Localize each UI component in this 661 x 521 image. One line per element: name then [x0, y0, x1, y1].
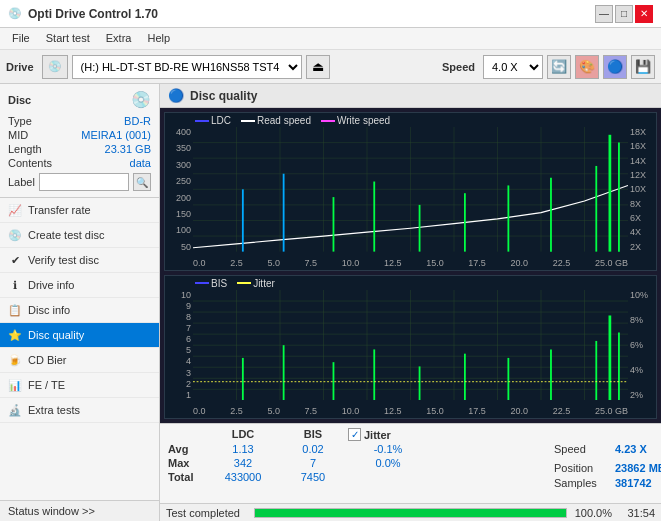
- content-header-title: Disc quality: [190, 89, 257, 103]
- max-bis: 7: [278, 457, 348, 469]
- content-area: 🔵 Disc quality LDC Read speed: [160, 84, 661, 521]
- sidebar-item-drive-info[interactable]: ℹ Drive info: [0, 273, 159, 298]
- top-chart-legend: LDC Read speed Write speed: [195, 115, 390, 126]
- label-search-btn[interactable]: 🔍: [133, 173, 151, 191]
- legend-write-speed: Write speed: [321, 115, 390, 126]
- length-label: Length: [8, 143, 42, 155]
- top-chart: LDC Read speed Write speed 400 350: [164, 112, 657, 271]
- sidebar-label-disc-quality: Disc quality: [28, 329, 84, 341]
- legend-bis: BIS: [195, 278, 227, 289]
- top-chart-svg: [193, 127, 628, 252]
- mid-label: MID: [8, 129, 28, 141]
- save-btn[interactable]: 💾: [631, 55, 655, 79]
- write-speed-dot: [321, 120, 335, 122]
- legend-jitter: Jitter: [237, 278, 275, 289]
- menu-help[interactable]: Help: [139, 30, 178, 47]
- disc-mid-row: MID MEIRA1 (001): [8, 129, 151, 141]
- jitter-chart-label: Jitter: [253, 278, 275, 289]
- stats-right: Speed 4.23 X 4.0 X Position 23862 MB Sam…: [546, 424, 661, 503]
- create-test-disc-icon: 💿: [8, 228, 22, 242]
- samples-label: Samples: [554, 477, 609, 489]
- sidebar-item-cd-bier[interactable]: 🍺 CD Bier: [0, 348, 159, 373]
- menubar: File Start test Extra Help: [0, 28, 661, 50]
- drive-info-icon: ℹ: [8, 278, 22, 292]
- charts-area: LDC Read speed Write speed 400 350: [160, 108, 661, 423]
- eject-button[interactable]: ⏏: [306, 55, 330, 79]
- bottom-chart-svg: [193, 290, 628, 400]
- write-speed-label: Write speed: [337, 115, 390, 126]
- total-ldc: 433000: [208, 471, 278, 483]
- sidebar-item-disc-quality[interactable]: ⭐ Disc quality: [0, 323, 159, 348]
- read-speed-dot: [241, 120, 255, 122]
- color-btn1[interactable]: 🎨: [575, 55, 599, 79]
- disc-info-icon: 📋: [8, 303, 22, 317]
- sidebar-item-fe-te[interactable]: 📊 FE / TE: [0, 373, 159, 398]
- jitter-header: Jitter: [364, 429, 391, 441]
- menu-start-test[interactable]: Start test: [38, 30, 98, 47]
- status-text: Test completed: [166, 507, 246, 519]
- position-value: 23862 MB: [615, 462, 661, 474]
- avg-ldc: 1.13: [208, 443, 278, 455]
- position-row: Position 23862 MB: [554, 462, 661, 474]
- disc-quality-header-icon: 🔵: [168, 88, 184, 103]
- ldc-label: LDC: [211, 115, 231, 126]
- bottom-chart-legend: BIS Jitter: [195, 278, 275, 289]
- speed-label: Speed: [442, 61, 475, 73]
- bottom-chart: BIS Jitter 10 9 8 7 6 5 4: [164, 275, 657, 419]
- sidebar-item-create-test-disc[interactable]: 💿 Create test disc: [0, 223, 159, 248]
- sidebar-label-disc-info: Disc info: [28, 304, 70, 316]
- close-button[interactable]: ✕: [635, 5, 653, 23]
- sidebar-label-verify-test-disc: Verify test disc: [28, 254, 99, 266]
- drive-icon-btn[interactable]: 💿: [42, 55, 68, 79]
- disc-header: Disc 💿: [8, 90, 151, 109]
- sidebar-item-transfer-rate[interactable]: 📈 Transfer rate: [0, 198, 159, 223]
- samples-row: Samples 381742: [554, 477, 661, 489]
- drive-select[interactable]: (H:) HL-DT-ST BD-RE WH16NS58 TST4: [72, 55, 302, 79]
- top-chart-y-right: 18X 16X 14X 12X 10X 8X 6X 4X 2X: [628, 127, 656, 252]
- stats-header-row: LDC BIS ✓ Jitter: [168, 428, 538, 441]
- refresh-btn[interactable]: 🔄: [547, 55, 571, 79]
- label-input[interactable]: [39, 173, 129, 191]
- read-speed-label: Read speed: [257, 115, 311, 126]
- main-layout: Disc 💿 Type BD-R MID MEIRA1 (001) Length…: [0, 84, 661, 521]
- mid-value: MEIRA1 (001): [81, 129, 151, 141]
- avg-jitter: -0.1%: [348, 443, 428, 455]
- max-ldc: 342: [208, 457, 278, 469]
- length-value: 23.31 GB: [105, 143, 151, 155]
- jitter-dot: [237, 282, 251, 284]
- speed-row: Speed 4.23 X 4.0 X: [554, 439, 661, 459]
- disc-title: Disc: [8, 94, 31, 106]
- jitter-checkbox[interactable]: ✓: [348, 428, 361, 441]
- sidebar-item-disc-info[interactable]: 📋 Disc info: [0, 298, 159, 323]
- total-bis: 7450: [278, 471, 348, 483]
- app-title: Opti Drive Control 1.70: [28, 7, 158, 21]
- disc-length-row: Length 23.31 GB: [8, 143, 151, 155]
- bottom-chart-y-left: 10 9 8 7 6 5 4 3 2 1: [165, 290, 193, 400]
- sidebar-label-fe-te: FE / TE: [28, 379, 65, 391]
- disc-icon: 💿: [131, 90, 151, 109]
- bottom-chart-grid: [193, 290, 628, 400]
- menu-file[interactable]: File: [4, 30, 38, 47]
- ldc-dot: [195, 120, 209, 122]
- minimize-button[interactable]: —: [595, 5, 613, 23]
- content-header: 🔵 Disc quality: [160, 84, 661, 108]
- disc-type-row: Type BD-R: [8, 115, 151, 127]
- sidebar-item-extra-tests[interactable]: 🔬 Extra tests: [0, 398, 159, 423]
- status-window-label: Status window >>: [8, 505, 95, 517]
- menu-extra[interactable]: Extra: [98, 30, 140, 47]
- speed-stat-value: 4.23 X: [615, 443, 661, 455]
- app-icon: 💿: [8, 7, 22, 20]
- progress-bar-container: Test completed 100.0% 31:54: [160, 503, 661, 521]
- stats-total-row: Total 433000 7450: [168, 471, 538, 483]
- disc-panel: Disc 💿 Type BD-R MID MEIRA1 (001) Length…: [0, 84, 159, 198]
- sidebar-item-verify-test-disc[interactable]: ✔ Verify test disc: [0, 248, 159, 273]
- speed-select[interactable]: 4.0 X: [483, 55, 543, 79]
- sidebar-label-cd-bier: CD Bier: [28, 354, 67, 366]
- color-btn2[interactable]: 🔵: [603, 55, 627, 79]
- top-chart-y-left: 400 350 300 250 200 150 100 50: [165, 127, 193, 252]
- progress-percent: 100.0%: [575, 507, 612, 519]
- status-window-btn[interactable]: Status window >>: [0, 500, 159, 521]
- sidebar-label-extra-tests: Extra tests: [28, 404, 80, 416]
- fe-te-icon: 📊: [8, 378, 22, 392]
- maximize-button[interactable]: □: [615, 5, 633, 23]
